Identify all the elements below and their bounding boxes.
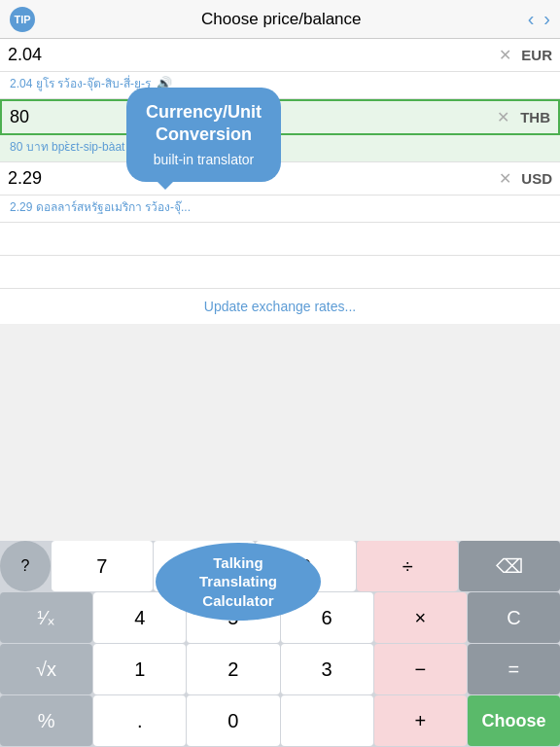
empty-input-1[interactable] [8,229,552,249]
bubble-main-text: Currency/UnitConversion [146,101,262,147]
key-.-button[interactable]: . [93,695,186,746]
conversion-area: ✕ EUR 2.04 ยูโร รว้อง-จุ๊ต-สิบ-สี่-ยู-รู… [0,39,560,324]
nav-arrows: ‹ › [528,8,550,30]
key-7-button[interactable]: 7 [52,541,153,591]
key-1-button[interactable]: 1 [93,644,186,694]
eur-translation-text: 2.04 ยูโร รว้อง-จุ๊ต-สิบ-สี่-ยู-รู [10,74,151,92]
key-Choose-button[interactable]: Choose [468,695,560,746]
empty-row-1 [0,223,560,256]
key-×-button[interactable]: × [374,592,467,643]
key-−-button[interactable]: − [374,644,467,694]
key-+-button[interactable]: + [374,695,467,746]
usd-label: USD [517,170,552,187]
eur-translation-row: 2.04 ยูโร รว้อง-จุ๊ต-สิบ-สี่-ยู-รู 🔊 [0,72,560,99]
key-÷-button[interactable]: ÷ [357,541,458,591]
usd-clear-button[interactable]: ✕ [499,169,511,188]
key-=-button[interactable]: = [468,644,560,694]
key-C-button[interactable]: C [468,592,560,643]
bubble-sub-text: built-in translator [146,151,262,168]
key-0-button[interactable]: 0 [187,695,279,746]
key-row-2: √x123−= [0,644,560,694]
key-%-button[interactable]: % [0,695,92,746]
talking-calculator-bubble: TalkingTranslatingCalculator [156,543,321,621]
empty-input-2[interactable] [8,262,552,282]
key-row-3: %.0+Choose [0,695,560,746]
empty-row-2 [0,256,560,289]
key-3-button[interactable]: 3 [281,644,373,694]
tip-badge[interactable]: TIP [10,7,35,32]
talk-bubble-text: TalkingTranslatingCalculator [199,553,277,611]
currency-conversion-bubble: Currency/UnitConversion built-in transla… [126,88,281,182]
key-2-button[interactable]: 2 [187,644,279,694]
thb-clear-button[interactable]: ✕ [497,108,509,126]
key-⌫-button[interactable]: ⌫ [459,541,560,591]
eur-clear-button[interactable]: ✕ [499,46,511,64]
nav-next-button[interactable]: › [543,8,550,30]
eur-input-row: ✕ EUR [0,39,560,72]
page-title: Choose price/balance [201,10,361,29]
update-rates-link[interactable]: Update exchange rates... [0,289,560,324]
usd-translation-text: 2.29 ดอลลาร์สหรัฐอเมริกา รว้อง-จุ๊... [10,197,191,216]
eur-label: EUR [517,47,552,63]
key-√x-button[interactable]: √x [0,644,92,694]
eur-input[interactable] [8,45,493,65]
key-¹⁄ₓ-button[interactable]: ¹⁄ₓ [0,592,92,643]
usd-translation-row: 2.29 ดอลลาร์สหรัฐอเมริกา รว้อง-จุ๊... [0,196,560,223]
key-empty-button[interactable] [281,695,373,746]
thb-label: THB [515,109,550,125]
nav-prev-button[interactable]: ‹ [528,8,535,30]
key-?-button[interactable]: ? [0,541,51,591]
thb-translation-text: 80 บาท bpɛ̀ɛt-sip-bàat [10,137,124,156]
header: TIP Choose price/balance ‹ › [0,0,560,39]
